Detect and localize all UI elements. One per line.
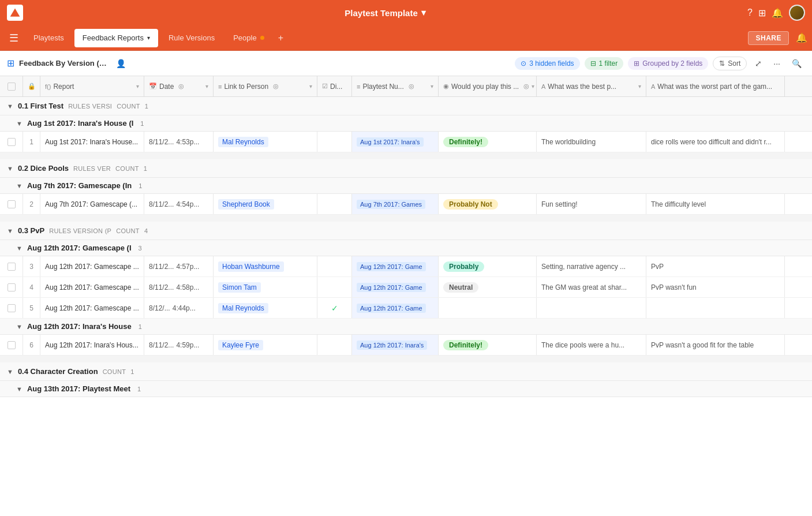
row-playtest-cell[interactable]: Aug 12th 2017: Game [352, 256, 439, 276]
row-worst-cell[interactable]: PvP wasn't fun [646, 277, 785, 297]
playtest-tag[interactable]: Aug 1st 2017: Inara's [357, 137, 424, 147]
row-checkbox[interactable] [8, 263, 16, 271]
row-checkbox-cell[interactable] [0, 132, 23, 152]
filter-button[interactable]: ⊟ 1 filter [585, 57, 624, 70]
row-playtest-cell[interactable]: Aug 12th 2017: Game [352, 277, 439, 297]
row-best-cell[interactable]: Setting, narrative agency ... [537, 256, 646, 276]
nav-tab-playtests[interactable]: Playtests [25, 29, 72, 47]
grouped-button[interactable]: ⊞ Grouped by 2 fields [628, 57, 708, 70]
table-row[interactable]: 5 Aug 12th 2017: Gamescape ... 8/12/... … [0, 298, 812, 319]
view-name[interactable]: Feedback By Version (Priv... [19, 59, 111, 68]
row-playtest-cell[interactable]: Aug 12th 2017: Game [352, 298, 439, 318]
row-best-cell[interactable]: The worldbuilding [537, 132, 646, 152]
row-report-cell[interactable]: Aug 12th 2017: Gamescape ... [40, 256, 144, 276]
table-row[interactable]: 3 Aug 12th 2017: Gamescape ... 8/11/2...… [0, 256, 812, 277]
row-checkbox-cell[interactable] [0, 298, 23, 318]
col-header-playtest[interactable]: ≡ Playtest Nu... ◎ ▾ [352, 76, 439, 96]
group-header-g1[interactable]: ▼ 0.1 First Test RULES VERSI COUNT 1 [0, 97, 812, 115]
row-would-cell[interactable]: Definitely! [439, 132, 537, 152]
subgroup-header-3-0[interactable]: ▼ Aug 13th 2017: Playtest Meet 1 [0, 381, 812, 397]
app-logo[interactable] [7, 5, 23, 21]
person-tag[interactable]: Hoban Washburne [218, 261, 284, 272]
row-di-cell[interactable]: ✓ [317, 298, 352, 318]
avatar[interactable] [789, 5, 805, 21]
row-di-cell[interactable] [317, 335, 352, 355]
person-tag[interactable]: Simon Tam [218, 282, 261, 293]
playtest-tag[interactable]: Aug 12th 2017: Game [357, 304, 426, 313]
row-checkbox[interactable] [8, 304, 16, 312]
row-worst-cell[interactable]: The difficulty level [646, 194, 785, 214]
row-worst-cell[interactable]: PvP wasn't a good fit for the table [646, 335, 785, 355]
group-header-g3[interactable]: ▼ 0.3 PvP RULES VERSION (P COUNT 4 [0, 222, 812, 240]
row-would-cell[interactable] [439, 298, 537, 318]
row-checkbox[interactable] [8, 283, 16, 291]
expand-button[interactable]: ⤢ [751, 57, 765, 70]
row-checkbox-cell[interactable] [0, 194, 23, 214]
add-tab-button[interactable]: + [275, 31, 287, 46]
row-worst-cell[interactable]: dice rolls were too difficult and didn't… [646, 132, 785, 152]
nav-tab-people[interactable]: People [225, 29, 272, 47]
row-person-cell[interactable]: Simon Tam [214, 277, 317, 297]
row-di-cell[interactable] [317, 132, 352, 152]
subgroup-header-0-0[interactable]: ▼ Aug 1st 2017: Inara's House (I 1 [0, 115, 812, 132]
row-would-cell[interactable]: Probably [439, 256, 537, 276]
row-report-cell[interactable]: Aug 7th 2017: Gamescape (... [40, 194, 144, 214]
person-tag[interactable]: Kaylee Fyre [218, 340, 263, 350]
row-best-cell[interactable]: Fun setting! [537, 194, 646, 214]
row-person-cell[interactable]: Hoban Washburne [214, 256, 317, 276]
subgroup-header-2-1[interactable]: ▼ Aug 12th 2017: Inara's House 1 [0, 319, 812, 335]
col-header-best[interactable]: A What was the best p... ▾ [537, 76, 646, 96]
row-person-cell[interactable]: Shepherd Book [214, 194, 317, 214]
share-button[interactable]: SHARE [748, 31, 789, 45]
playtest-tag[interactable]: Aug 12th 2017: Game [357, 283, 426, 292]
row-di-cell[interactable] [317, 256, 352, 276]
subgroup-header-2-0[interactable]: ▼ Aug 12th 2017: Gamescape (I 3 [0, 240, 812, 256]
row-di-cell[interactable] [317, 277, 352, 297]
col-header-di[interactable]: ☑ Di... [317, 76, 352, 96]
help-icon[interactable]: ? [747, 8, 753, 18]
bell-icon[interactable]: 🔔 [772, 8, 783, 18]
row-report-cell[interactable]: Aug 12th 2017: Gamescape ... [40, 298, 144, 318]
row-would-cell[interactable]: Probably Not [439, 194, 537, 214]
sort-button[interactable]: ⇅ Sort [713, 57, 747, 70]
col-header-worst[interactable]: A What was the worst part of the gam... [646, 76, 785, 96]
row-checkbox[interactable] [8, 200, 16, 208]
playtest-tag[interactable]: Aug 7th 2017: Games [357, 200, 425, 209]
row-di-cell[interactable] [317, 194, 352, 214]
group-header-g2[interactable]: ▼ 0.2 Dice Pools RULES VER COUNT 1 [0, 159, 812, 178]
nav-tab-feedback-reports[interactable]: Feedback Reports ▾ [74, 29, 158, 47]
row-person-cell[interactable]: Mal Reynolds [214, 132, 317, 152]
col-header-would[interactable]: ◉ Would you play this ... ◎ ▾ [439, 76, 537, 96]
hidden-fields-button[interactable]: ⊙ 3 hidden fields [515, 57, 579, 70]
row-best-cell[interactable]: The GM was great at shar... [537, 277, 646, 297]
row-checkbox-cell[interactable] [0, 277, 23, 297]
table-row[interactable]: 2 Aug 7th 2017: Gamescape (... 8/11/2...… [0, 194, 812, 215]
row-checkbox[interactable] [8, 138, 16, 146]
row-best-cell[interactable] [537, 298, 646, 318]
apps-icon[interactable]: ⊞ [758, 8, 766, 18]
row-would-cell[interactable]: Definitely! [439, 335, 537, 355]
row-playtest-cell[interactable]: Aug 1st 2017: Inara's [352, 132, 439, 152]
row-worst-cell[interactable]: PvP [646, 256, 785, 276]
row-report-cell[interactable]: Aug 12th 2017: Inara's Hous... [40, 335, 144, 355]
hamburger-menu[interactable]: ☰ [5, 29, 23, 47]
search-button[interactable]: 🔍 [788, 57, 805, 70]
notifications-icon[interactable]: 🔔 [796, 32, 807, 43]
row-report-cell[interactable]: Aug 12th 2017: Gamescape ... [40, 277, 144, 297]
title-dropdown-arrow[interactable]: ▾ [421, 8, 426, 18]
select-all-checkbox[interactable] [8, 83, 16, 91]
col-header-person[interactable]: ≡ Link to Person ◎ ▾ [214, 76, 317, 96]
group-header-g4[interactable]: ▼ 0.4 Character Creation COUNT 1 [0, 362, 812, 381]
row-checkbox[interactable] [8, 341, 16, 349]
col-header-date[interactable]: 📅 Date ◎ ▾ [144, 76, 214, 96]
row-playtest-cell[interactable]: Aug 12th 2017: Inara's [352, 335, 439, 355]
table-row[interactable]: 1 Aug 1st 2017: Inara's House... 8/11/2.… [0, 132, 812, 152]
row-person-cell[interactable]: Mal Reynolds [214, 298, 317, 318]
person-tag[interactable]: Mal Reynolds [218, 137, 268, 147]
subgroup-header-1-0[interactable]: ▼ Aug 7th 2017: Gamescape (In 1 [0, 178, 812, 194]
table-row[interactable]: 4 Aug 12th 2017: Gamescape ... 8/11/2...… [0, 277, 812, 298]
row-checkbox-cell[interactable] [0, 335, 23, 355]
more-options-button[interactable]: ··· [770, 57, 784, 70]
row-playtest-cell[interactable]: Aug 7th 2017: Games [352, 194, 439, 214]
table-row[interactable]: 6 Aug 12th 2017: Inara's Hous... 8/11/2.… [0, 335, 812, 356]
